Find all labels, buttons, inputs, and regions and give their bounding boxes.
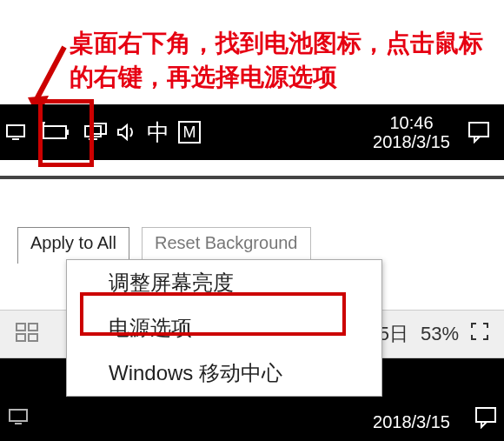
svg-rect-12 — [17, 334, 25, 341]
date-fragment: 5日 — [379, 321, 408, 347]
time-text: 10:46 — [373, 113, 450, 132]
menu-item-brightness[interactable]: 调整屏幕亮度 — [67, 260, 381, 305]
project-icon[interactable] — [80, 104, 111, 160]
svg-rect-8 — [89, 138, 97, 140]
svg-line-0 — [35, 47, 64, 103]
svg-rect-9 — [469, 123, 488, 137]
menu-item-power-options[interactable]: 电源选项 — [67, 305, 381, 351]
svg-rect-11 — [29, 324, 37, 331]
svg-rect-13 — [29, 334, 37, 341]
grid-view-icon[interactable] — [16, 323, 38, 345]
date-text: 2018/3/15 — [373, 132, 450, 151]
svg-rect-2 — [7, 125, 24, 137]
clock[interactable]: 10:46 2018/3/15 — [373, 113, 450, 151]
ime-chinese-icon[interactable]: 中 — [143, 104, 174, 160]
monitor-icon[interactable] — [9, 408, 28, 429]
svg-rect-5 — [66, 130, 69, 135]
instruction-annotation: 桌面右下角，找到电池图标，点击鼠标的右键，再选择电源选项 — [70, 26, 487, 94]
svg-rect-14 — [10, 410, 27, 421]
fullscreen-icon[interactable] — [471, 323, 488, 345]
zoom-level: 53% — [421, 323, 459, 345]
battery-icon[interactable] — [31, 104, 80, 160]
svg-rect-6 — [85, 126, 101, 137]
monitor-icon[interactable] — [0, 104, 31, 160]
taskbar: 中 M 10:46 2018/3/15 — [0, 104, 504, 160]
svg-rect-10 — [17, 324, 25, 331]
action-center-icon[interactable] — [468, 406, 504, 441]
ime-mode-icon[interactable]: M — [174, 104, 205, 160]
menu-item-mobility-center[interactable]: Windows 移动中心 — [67, 351, 381, 396]
svg-rect-15 — [15, 423, 22, 424]
volume-icon[interactable] — [111, 104, 143, 160]
action-center-icon[interactable] — [461, 121, 497, 144]
svg-rect-7 — [90, 124, 106, 134]
date-text[interactable]: 2018/3/15 — [373, 412, 450, 441]
reset-background-button[interactable]: Reset Background — [142, 227, 311, 264]
apply-to-all-button[interactable]: Apply to All — [17, 227, 129, 264]
battery-context-menu: 调整屏幕亮度 电源选项 Windows 移动中心 — [66, 259, 382, 397]
svg-rect-4 — [43, 126, 66, 138]
svg-rect-16 — [476, 408, 495, 422]
svg-rect-3 — [12, 138, 19, 140]
